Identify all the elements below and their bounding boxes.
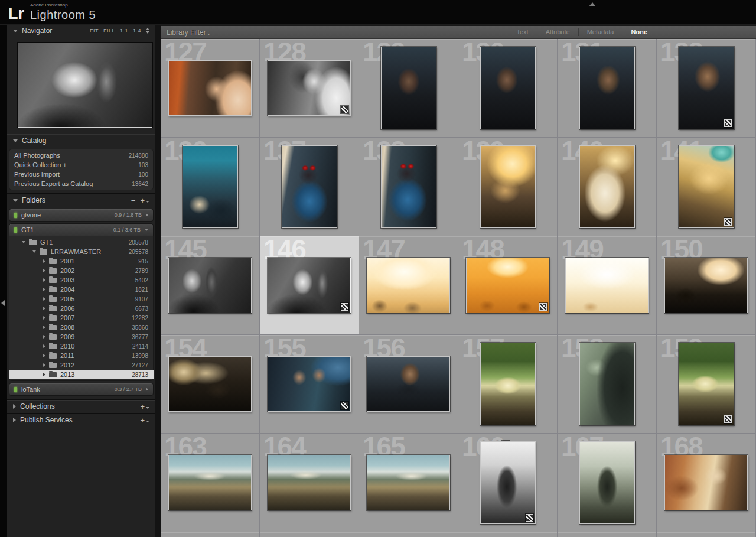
left-panel-edge-strip[interactable] <box>0 24 7 537</box>
photo-thumbnail[interactable] <box>183 145 238 228</box>
volume-collapse-icon[interactable] <box>146 388 148 391</box>
photo-thumbnail[interactable] <box>579 145 635 228</box>
volume-collapse-icon[interactable] <box>145 229 148 231</box>
photo-thumbnail[interactable] <box>168 258 252 313</box>
folders-disclosure-icon[interactable] <box>13 199 18 202</box>
photo-thumbnail[interactable] <box>268 60 351 116</box>
grid-cell-137[interactable]: 137 <box>260 138 359 236</box>
folder-disclosure-icon[interactable] <box>43 326 45 329</box>
grid-cell-165[interactable]: 165 <box>359 434 458 532</box>
folder-item-2003[interactable]: 20035402 <box>9 275 154 285</box>
folder-disclosure-icon[interactable] <box>43 307 45 310</box>
collapse-left-panel-arrow-icon[interactable] <box>1 300 5 306</box>
volume-collapse-icon[interactable] <box>146 213 148 217</box>
navigator-preview-image[interactable] <box>18 43 152 128</box>
volume-gt1[interactable]: GT1 0.1 / 3.6 TB <box>9 223 154 236</box>
grid-cell-156[interactable]: 156 <box>359 335 458 434</box>
folder-disclosure-icon[interactable] <box>43 278 45 282</box>
filter-option-none[interactable]: None <box>623 28 656 36</box>
photo-thumbnail[interactable] <box>664 258 748 313</box>
photo-thumbnail[interactable] <box>168 60 252 116</box>
zoom-mode-1-4[interactable]: 1:4 <box>133 28 141 34</box>
photo-thumbnail[interactable] <box>381 145 436 228</box>
grid-cell-168[interactable]: 168 <box>657 434 756 532</box>
grid-cell-148[interactable]: 148 <box>458 236 558 335</box>
grid-cell-145[interactable]: 145 <box>161 236 260 335</box>
grid-cell-164[interactable]: 164 <box>260 434 359 532</box>
filter-option-attribute[interactable]: Attribute <box>537 28 578 36</box>
grid-cell-128[interactable]: 128 <box>260 39 359 138</box>
photo-thumbnail[interactable] <box>664 455 748 510</box>
photo-thumbnail[interactable] <box>367 356 450 412</box>
catalog-item-previous-import[interactable]: Previous Import100 <box>9 170 154 179</box>
folder-item-2002[interactable]: 20022789 <box>9 266 154 275</box>
remove-folder-button[interactable]: − <box>131 197 136 204</box>
photo-thumbnail[interactable] <box>282 145 337 228</box>
folder-item-lrrawmaster[interactable]: LRRAWMASTER205578 <box>9 247 154 256</box>
grid-cell-163[interactable]: 163 <box>161 434 260 532</box>
photo-thumbnail[interactable] <box>679 343 734 425</box>
photo-thumbnail[interactable] <box>480 47 536 129</box>
zoom-mode-1-1[interactable]: 1:1 <box>120 28 128 34</box>
folder-item-2004[interactable]: 20041821 <box>9 285 154 294</box>
grid-cell[interactable] <box>657 532 756 537</box>
photo-thumbnail[interactable] <box>480 145 536 228</box>
adjust-badge-icon[interactable] <box>526 514 533 522</box>
photo-thumbnail[interactable] <box>268 356 351 412</box>
catalog-item-all-photographs[interactable]: All Photographs214880 <box>9 151 154 160</box>
photo-thumbnail[interactable] <box>168 356 252 412</box>
top-panel-reveal-arrow-icon[interactable] <box>589 2 596 6</box>
publish-services-panel-header[interactable]: Publish Services + <box>7 413 155 427</box>
folder-disclosure-icon[interactable] <box>43 363 45 367</box>
photo-thumbnail[interactable] <box>480 441 536 524</box>
folder-disclosure-icon[interactable] <box>43 373 45 376</box>
adjust-badge-icon[interactable] <box>724 415 732 423</box>
add-collection-button[interactable]: + <box>140 403 149 411</box>
photo-thumbnail[interactable] <box>679 145 734 228</box>
photo-thumbnail[interactable] <box>579 343 635 425</box>
grid-cell-150[interactable]: 150 <box>657 236 756 335</box>
adjust-badge-icon[interactable] <box>341 402 348 409</box>
grid-cell-139[interactable]: 139 <box>458 138 558 236</box>
folder-item-2001[interactable]: 2001915 <box>9 256 154 266</box>
adjust-badge-icon[interactable] <box>341 303 348 311</box>
photo-thumbnail[interactable] <box>268 258 351 313</box>
folder-disclosure-icon[interactable] <box>43 354 45 357</box>
grid-cell-141[interactable]: 141 <box>657 138 756 236</box>
folder-disclosure-icon[interactable] <box>43 288 45 291</box>
zoom-mode-fit[interactable]: FIT <box>90 28 99 34</box>
folder-item-2007[interactable]: 200712282 <box>9 313 154 323</box>
grid-cell-149[interactable]: 149 <box>558 236 657 335</box>
grid-cell-140[interactable]: 140 <box>558 138 657 236</box>
filter-option-metadata[interactable]: Metadata <box>578 28 623 36</box>
folder-disclosure-icon[interactable] <box>43 344 45 348</box>
folder-item-2005[interactable]: 20059107 <box>9 294 154 304</box>
grid-cell-146[interactable]: 146 <box>260 236 359 335</box>
grid-cell-167[interactable]: 167 <box>558 434 657 532</box>
grid-cell-158[interactable]: 158 <box>558 335 657 434</box>
folder-item-2009[interactable]: 200936777 <box>9 332 154 341</box>
grid-cell-129[interactable]: 129 <box>359 39 458 138</box>
photo-thumbnail[interactable] <box>367 455 450 510</box>
adjust-badge-icon[interactable] <box>724 119 732 127</box>
grid-cell-136[interactable]: 136 <box>161 138 260 236</box>
grid-cell-132[interactable]: 132 <box>657 39 756 138</box>
collections-panel-header[interactable]: Collections + <box>7 399 155 413</box>
zoom-mode-stepper-icon[interactable] <box>146 28 149 34</box>
folder-item-2012[interactable]: 201227127 <box>9 360 154 370</box>
collections-disclosure-icon[interactable] <box>13 404 16 409</box>
volume-gtvone[interactable]: gtvone 0.9 / 1.8 TB <box>9 209 154 222</box>
navigator-panel-header[interactable]: Navigator FIT FILL 1:1 1:4 <box>7 24 155 37</box>
grid-cell[interactable] <box>161 532 260 537</box>
grid-cell[interactable] <box>558 532 657 537</box>
grid-cell-159[interactable]: 159 <box>657 335 756 434</box>
folder-disclosure-icon[interactable] <box>43 269 45 272</box>
folder-disclosure-icon[interactable] <box>32 250 36 253</box>
folder-disclosure-icon[interactable] <box>22 241 25 243</box>
grid-cell-138[interactable]: 138 <box>359 138 458 236</box>
volume-iotank[interactable]: ioTank 0.3 / 2.7 TB <box>9 383 154 396</box>
photo-thumbnail[interactable] <box>480 343 536 425</box>
folder-disclosure-icon[interactable] <box>43 297 45 301</box>
folders-panel-header[interactable]: Folders − + <box>7 193 155 207</box>
filter-option-text[interactable]: Text <box>508 28 536 36</box>
